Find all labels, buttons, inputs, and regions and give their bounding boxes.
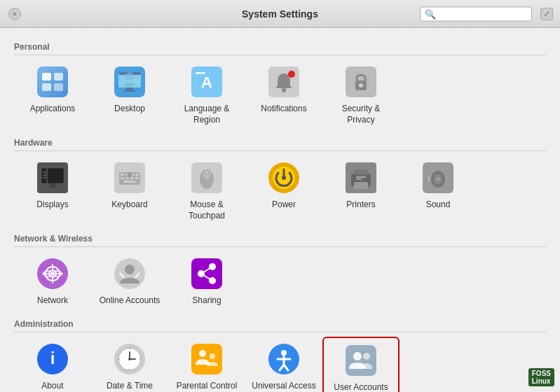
mouse-touchpad-icon-wrap [190, 162, 224, 196]
setting-label-displays: Displays [36, 200, 68, 211]
security-privacy-icon-wrap [344, 66, 378, 100]
setting-label-desktop: Desktop [114, 104, 145, 115]
setting-label-sound: Sound [426, 200, 451, 211]
security-icon [346, 66, 376, 100]
notifications-icon-wrap [267, 66, 301, 100]
users-icon [346, 345, 376, 379]
svg-rect-14 [196, 72, 205, 74]
svg-rect-92 [346, 345, 376, 376]
setting-label-applications: Applications [30, 104, 76, 115]
mouse-icon [191, 162, 222, 196]
section-grid-hardware: Displays @ Keyboard Mouse & Touchpad Pow… [14, 155, 546, 227]
svg-rect-8 [126, 88, 133, 90]
parental-icon [191, 344, 222, 377]
svg-point-65 [125, 265, 135, 274]
svg-point-94 [363, 353, 370, 360]
svg-rect-39 [135, 177, 139, 179]
online-accounts-icon-wrap [113, 258, 146, 292]
setting-item-power[interactable]: Power [245, 155, 322, 227]
sound-icon [423, 162, 453, 196]
svg-rect-52 [354, 182, 368, 189]
setting-item-security-privacy[interactable]: Security & Privacy [322, 59, 399, 131]
setting-item-sound[interactable]: Sound [399, 155, 477, 227]
setting-item-universal-access[interactable]: Universal Access [245, 337, 322, 392]
network-icon-wrap [36, 258, 69, 292]
svg-point-17 [288, 71, 295, 78]
setting-label-universal-access: Universal Access [252, 381, 315, 392]
svg-rect-3 [42, 83, 51, 91]
displays-icon [37, 162, 68, 196]
setting-item-sharing[interactable]: Sharing [168, 251, 245, 312]
setting-item-applications[interactable]: Applications [14, 59, 91, 131]
language-region-icon-wrap: A [190, 66, 224, 100]
svg-rect-53 [356, 176, 366, 178]
applications-icon-wrap [36, 66, 69, 100]
svg-rect-2 [54, 73, 63, 80]
svg-text:@: @ [127, 172, 132, 178]
language-icon: A [191, 66, 222, 100]
setting-item-language-region[interactable]: A Language & Region [168, 59, 245, 131]
about-icon: i [37, 344, 68, 377]
parental-control-icon-wrap [190, 344, 224, 377]
date-time-icon-wrap [113, 344, 146, 377]
expand-button[interactable]: ⤢ [540, 8, 553, 20]
svg-point-10 [125, 72, 134, 80]
datetime-icon [114, 344, 145, 377]
setting-label-parental-control: Parental Control [177, 381, 238, 392]
watermark: FOSSLinux [528, 368, 554, 386]
setting-label-mouse-touchpad: Mouse & Touchpad [174, 200, 240, 221]
setting-item-online-accounts[interactable]: Online Accounts [91, 251, 168, 312]
setting-item-displays[interactable]: Displays [14, 155, 91, 227]
setting-label-notifications: Notifications [261, 104, 306, 115]
titlebar: × System Settings 🔍 ⤢ [0, 0, 560, 28]
desktop-icon [114, 66, 145, 100]
search-icon: 🔍 [425, 8, 436, 19]
printers-icon [346, 162, 376, 196]
svg-rect-66 [191, 258, 222, 289]
setting-label-power: Power [272, 200, 296, 211]
svg-point-78 [128, 358, 131, 360]
setting-item-desktop[interactable]: Desktop [91, 59, 168, 131]
setting-item-user-accounts[interactable]: User Accounts [322, 337, 399, 392]
setting-item-printers[interactable]: Printers [322, 155, 399, 227]
universal-icon [268, 344, 299, 377]
setting-item-keyboard[interactable]: @ Keyboard [91, 155, 168, 227]
setting-item-date-time[interactable]: Date & Time [91, 337, 168, 392]
svg-point-20 [359, 83, 363, 88]
applications-icon [37, 66, 68, 100]
svg-point-48 [282, 176, 286, 180]
section-label-administration: Administration [14, 319, 546, 332]
notifications-icon [268, 66, 299, 100]
setting-item-notifications[interactable]: Notifications [245, 59, 322, 131]
svg-point-11 [124, 83, 135, 87]
setting-item-parental-control[interactable]: Parental Control [168, 337, 245, 392]
section-grid-administration: i About Date & Time Parental Control Uni… [14, 337, 546, 392]
setting-label-network: Network [37, 295, 68, 307]
close-button[interactable]: × [8, 8, 21, 20]
svg-point-84 [199, 350, 206, 357]
svg-rect-51 [354, 169, 368, 175]
svg-rect-9 [123, 90, 136, 92]
svg-point-58 [437, 178, 439, 181]
svg-rect-4 [54, 83, 63, 91]
expand-icon: ⤢ [544, 10, 549, 18]
sharing-icon [191, 258, 222, 292]
search-box[interactable]: 🔍 [420, 6, 532, 21]
main-content: Personal Applications Desktop A Language… [0, 28, 560, 392]
svg-rect-36 [121, 177, 124, 179]
printers-icon-wrap [344, 162, 378, 196]
setting-item-network[interactable]: Network [14, 251, 91, 312]
svg-point-85 [210, 354, 215, 359]
setting-item-about[interactable]: i About [14, 337, 91, 392]
svg-point-93 [353, 352, 362, 360]
sharing-icon-wrap [190, 258, 224, 292]
window-title: System Settings [242, 8, 318, 20]
section-grid-personal: Applications Desktop A Language & Region… [14, 59, 546, 131]
power-icon [268, 162, 299, 196]
setting-label-keyboard: Keyboard [111, 200, 147, 211]
svg-rect-35 [135, 174, 139, 176]
search-input[interactable] [439, 8, 523, 19]
setting-label-sharing: Sharing [192, 295, 221, 307]
universal-access-icon-wrap [267, 344, 301, 377]
setting-item-mouse-touchpad[interactable]: Mouse & Touchpad [168, 155, 245, 227]
